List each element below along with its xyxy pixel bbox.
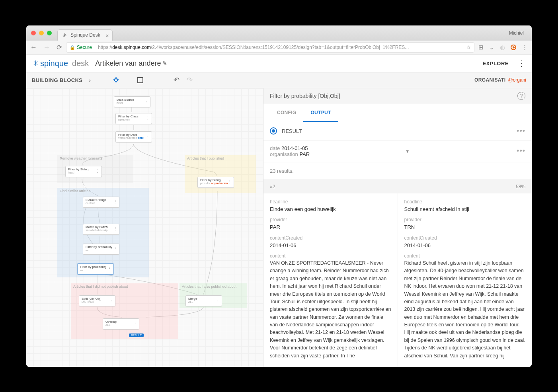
node-menu-icon[interactable]: ⋮ [113,246,117,252]
node-filter-prob-1[interactable]: Filter by probability... — ⋮ [83,244,119,255]
node-title: Filter by String [200,178,226,182]
node-menu-icon[interactable]: ⋮ [228,179,232,185]
region-not-published: Articles that I did not publish about [71,283,178,339]
node-title: Overlap [105,320,132,324]
building-blocks-label: BUILDING BLOCKS [32,77,82,83]
app-menu-icon[interactable]: ⋮ [517,59,525,68]
lock-icon: 🔒 [70,45,75,50]
logo-brand: spinque [40,59,68,68]
field-label: headline [270,199,391,205]
app-header: ✳︎ spinque desk Artikelen van andere ✎ E… [26,55,532,72]
node-menu-icon[interactable]: ⋮ [113,226,117,232]
logo-icon: ✳︎ [33,59,39,68]
result-menu-icon[interactable]: ••• [517,127,525,135]
region-label: Remove weather forecasts [60,156,102,160]
pocket-icon[interactable]: ⌄ [489,44,494,51]
node-menu-icon[interactable]: ⋮ [107,266,112,271]
node-match-bm25[interactable]: Match by BM25 snowball-dutchAp ⋮ [83,224,119,235]
design-canvas[interactable]: Remove weather forecasts Articles that I… [26,88,263,367]
maximize-window-icon[interactable] [47,31,52,35]
bookmark-star-icon[interactable]: ☆ [466,45,471,50]
node-sub: content [86,202,112,205]
node-data-source[interactable]: Data Source news ⋮ [114,96,150,107]
move-tool-icon[interactable]: ✥ [113,76,119,84]
url-host: desk.spinque.com [112,45,151,50]
field-label: headline [404,199,526,205]
secure-label: Secure [77,45,92,50]
back-button[interactable]: ← [30,43,37,52]
select-tool-icon[interactable] [137,77,143,83]
browser-menu-icon[interactable]: ⋮ [522,44,528,51]
minimize-window-icon[interactable] [39,31,44,35]
node-menu-icon[interactable]: ⋮ [109,298,113,303]
node-menu-icon[interactable]: ⋮ [113,199,117,205]
node-split[interactable]: Split [Obj,Obj] DISTINCT ⋮ [79,295,115,306]
toolbar: BUILDING BLOCKS › ✥ ↶ ↷ ORGANISATI @orga… [26,72,532,88]
node-filter-string-head[interactable]: Filter by String head ⋮ [65,166,102,177]
browser-tab[interactable]: ✳︎ Spinque Desk × [57,29,113,41]
field-label: provider [270,217,391,222]
node-title: Data Source [117,98,143,101]
node-menu-icon[interactable]: ⋮ [146,116,150,121]
node-merge[interactable]: Merge ALL ⋮ [185,295,222,306]
logo-sub: desk [72,59,89,68]
field-label: content [404,253,526,259]
ublock-icon[interactable] [511,45,516,50]
params-menu-icon[interactable]: ••• [517,147,525,155]
node-sub: snowball-dutchAp [86,229,112,232]
edit-icon[interactable]: ✎ [162,60,167,66]
node-menu-icon[interactable]: ⋮ [146,134,150,139]
node-filter-string-org[interactable]: Filter by String provider:organisation ⋮ [197,177,234,188]
node-title: Split [Obj,Obj] [82,297,108,300]
undo-icon[interactable]: ↶ [174,76,179,84]
node-title: Filter by probability... [80,265,106,269]
close-window-icon[interactable] [31,31,36,35]
result-radio-icon[interactable] [270,127,277,135]
node-filter-prob-2[interactable]: Filter by probability... — ⋮ [77,263,114,275]
node-menu-icon[interactable]: ⋮ [144,99,148,104]
favicon-icon: ✳︎ [62,32,68,38]
node-filter-date[interactable]: Filter by Date versionCreated date ⋮ [115,131,152,142]
profile-name[interactable]: Michiel [509,30,527,36]
filter-number: #2 [270,184,275,189]
reload-button[interactable]: ⟳ [57,43,62,52]
tab-output[interactable]: OUTPUT [303,104,338,122]
node-extract-strings[interactable]: Extract Strings content ⋮ [83,197,119,208]
app-logo[interactable]: ✳︎ spinque desk [33,59,89,68]
region-label: Find similar articles [60,189,90,193]
node-menu-icon[interactable]: ⋮ [96,169,100,174]
field-label: contentCreated [404,235,526,241]
result-card: headline Schuil neemt afscheid in stijl … [398,193,532,367]
field-label: contentCreated [270,235,391,241]
node-menu-icon[interactable]: ⋮ [133,321,137,326]
explore-button[interactable]: EXPLORE [482,60,509,66]
url-field[interactable]: 🔒 Secure | https://desk.spinque.com/2.4/… [66,42,474,53]
organisation-label: ORGANISATI [474,77,505,83]
region-label: Articles that I did not publish about [73,285,128,289]
headline-value: Schuil neemt afscheid in stijl [404,205,526,213]
node-overlap[interactable]: Overlap ALL ⋮ [103,318,139,330]
node-menu-icon[interactable]: ⋮ [216,298,220,303]
help-icon[interactable]: ? [517,92,525,100]
field-label: content [270,253,391,259]
node-filter-class[interactable]: Filter by Class newsItem ⋮ [115,113,152,124]
extension-icon[interactable]: ⊞ [478,44,484,51]
created-value: 2014-01-06 [404,242,526,250]
node-sub: — [80,269,106,271]
chevron-down-icon[interactable]: ▼ [405,149,410,154]
node-title: Filter by Class [118,115,144,118]
extension-disabled-icon: ◐ [500,44,505,51]
resize-handle-icon[interactable] [261,222,263,233]
tab-close-icon[interactable]: × [106,33,109,39]
node-sub: newsItem [118,118,144,121]
chevron-right-icon[interactable]: › [89,77,91,84]
node-sub: provider:organisation [200,182,226,185]
url-path: /2.4/workspace/nuse/edit/session/SESSION… [151,45,409,50]
tab-config[interactable]: CONFIG [270,104,303,122]
workspace-name: Artikelen van andere [95,59,161,68]
filter-percent: 58% [516,184,525,189]
field-label: provider [404,217,526,222]
node-sub: ALL [105,324,132,326]
forward-button: → [43,43,50,52]
param-date-key: date [270,145,280,151]
